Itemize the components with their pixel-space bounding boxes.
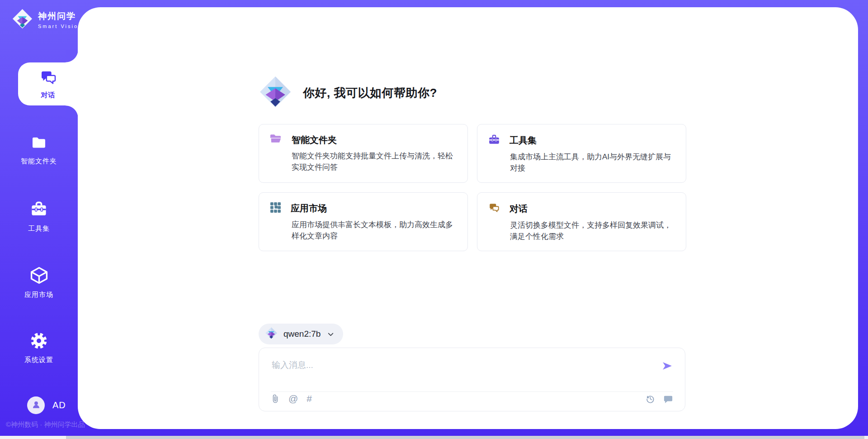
sidebar-item-chat[interactable]: 对话 (18, 62, 78, 105)
sidebar-item-settings[interactable]: 系统设置 (0, 331, 78, 364)
card-description: 集成市场上主流工具，助力AI与外界无缝扩展与对接 (510, 151, 675, 174)
sidebar-item-label: 应用市场 (24, 291, 53, 299)
horizontal-scrollbar[interactable] (0, 436, 868, 439)
history-icon[interactable] (646, 394, 655, 404)
scrollbar-thumb[interactable] (66, 436, 864, 439)
card-title: 应用市场 (291, 202, 327, 215)
greeting-block: 你好, 我可以如何帮助你? (259, 75, 437, 110)
card-description: 智能文件夹功能支持批量文件上传与清洗，轻松实现文件问答 (292, 150, 457, 173)
chevron-down-icon (326, 330, 335, 339)
sidebar-item-market[interactable]: 应用市场 (0, 265, 78, 299)
composer-divider (271, 391, 673, 392)
user-avatar-icon (31, 399, 42, 412)
card-app-market[interactable]: 应用市场 应用市场提供丰富长文本模板，助力高效生成多样化文章内容 (259, 192, 468, 251)
brand-subtitle: Smart Vision (38, 24, 82, 29)
card-title: 智能文件夹 (292, 134, 337, 146)
card-smart-folder[interactable]: 智能文件夹 智能文件夹功能支持批量文件上传与清洗，轻松实现文件问答 (259, 124, 468, 183)
folder-open-icon (270, 134, 282, 146)
hash-icon[interactable]: # (307, 394, 312, 403)
brand-name: 神州问学 (38, 10, 82, 22)
toolbox-icon (29, 200, 49, 221)
cube-icon (29, 265, 49, 287)
diamond-logo-icon (259, 75, 292, 110)
card-chat[interactable]: 对话 灵活切换多模型文件，支持多样回复效果调试，满足个性化需求 (477, 192, 686, 251)
feature-cards: 智能文件夹 智能文件夹功能支持批量文件上传与清洗，轻松实现文件问答 (259, 124, 686, 251)
user-profile[interactable]: AD (27, 396, 66, 414)
model-name: qwen2:7b (283, 329, 321, 339)
avatar (27, 396, 45, 414)
send-icon[interactable] (661, 360, 673, 372)
model-selector[interactable]: qwen2:7b (259, 324, 343, 344)
sidebar-item-label: 智能文件夹 (21, 157, 57, 166)
sidebar-item-folders[interactable]: 智能文件夹 (0, 133, 78, 166)
greeting-title: 你好, 我可以如何帮助你? (303, 85, 437, 101)
copyright: ©神州数码 · 神州问学出品 (6, 420, 85, 429)
diamond-logo-icon (12, 8, 33, 31)
chat-bubbles-icon (39, 68, 57, 88)
brand: 神州问学 Smart Vision (12, 8, 82, 31)
sidebar-item-label: 工具集 (28, 224, 50, 233)
sidebar-item-label: 对话 (41, 91, 56, 100)
folder-icon (29, 133, 48, 154)
card-toolset[interactable]: 工具集 集成市场上主流工具，助力AI与外界无缝扩展与对接 (477, 124, 686, 183)
gear-icon (29, 331, 49, 353)
message-composer: 输入消息... @ # (259, 348, 685, 411)
mention-icon[interactable]: @ (288, 394, 298, 403)
sidebar-item-tools[interactable]: 工具集 (0, 200, 78, 233)
card-title: 工具集 (509, 134, 537, 147)
attachment-icon[interactable] (271, 394, 280, 404)
quick-phrase-icon[interactable] (663, 395, 673, 404)
card-title: 对话 (509, 203, 528, 215)
toolbox-icon (488, 134, 500, 147)
card-description: 应用市场提供丰富长文本模板，助力高效生成多样化文章内容 (292, 219, 457, 242)
main-content: 你好, 我可以如何帮助你? 智能文件夹 智能文件夹功能支持批量文件上传与清洗，轻… (78, 7, 858, 429)
chat-bubbles-icon (488, 202, 500, 215)
user-initials: AD (52, 400, 66, 410)
grid-icon (270, 202, 281, 215)
card-description: 灵活切换多模型文件，支持多样回复效果调试，满足个性化需求 (510, 220, 675, 242)
diamond-logo-icon (265, 327, 278, 341)
message-input[interactable]: 输入消息... (272, 359, 313, 371)
sidebar-item-label: 系统设置 (24, 356, 53, 364)
